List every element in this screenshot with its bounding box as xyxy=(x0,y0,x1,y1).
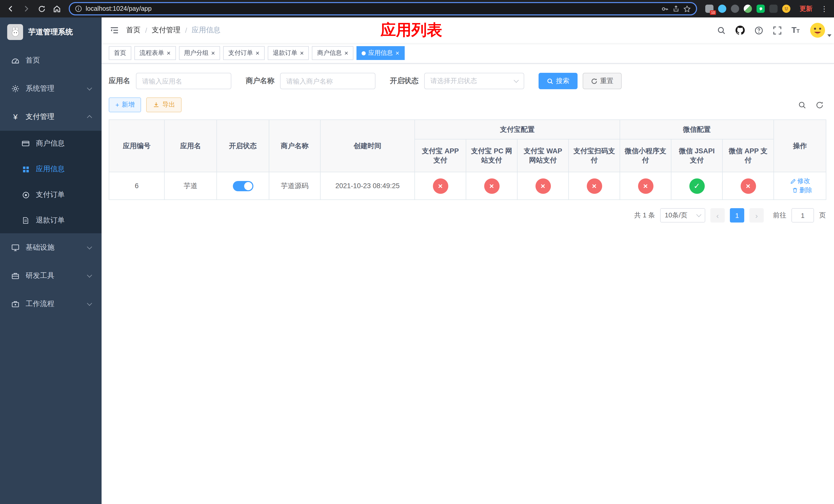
yen-icon: ¥ xyxy=(9,112,22,121)
cell-status xyxy=(217,172,269,200)
help-icon[interactable] xyxy=(754,26,763,35)
bookmark-star-icon[interactable] xyxy=(683,5,691,13)
tab-pay-orders[interactable]: 支付订单 × xyxy=(223,46,264,60)
extension-icon[interactable] xyxy=(756,5,765,13)
browser-refresh-icon[interactable] xyxy=(35,2,48,15)
tab-user-group[interactable]: 用户分组 × xyxy=(179,46,220,60)
close-icon[interactable]: × xyxy=(395,50,399,56)
tab-label: 商户信息 xyxy=(317,49,342,58)
close-icon[interactable]: × xyxy=(345,50,348,56)
col-wx-app: 微信 APP 支付 xyxy=(722,139,774,172)
browser-home-icon[interactable] xyxy=(50,2,64,15)
main-content: 应用名 商户名称 开启状态 请选择开启状态 搜索 重置 + 新增 xyxy=(102,64,834,504)
chevron-down-icon xyxy=(696,212,701,217)
sidebar-item-merchant-info[interactable]: 商户信息 xyxy=(0,131,102,156)
col-wx-mini: 微信小程序支付 xyxy=(620,139,671,172)
sidebar-item-pay-orders[interactable]: 支付订单 xyxy=(0,182,102,208)
password-key-icon[interactable] xyxy=(661,5,669,13)
sidebar-item-label: 商户信息 xyxy=(36,139,65,148)
col-alipay-pc: 支付宝 PC 网站支付 xyxy=(466,139,517,172)
sidebar-item-workflow[interactable]: 工作流程 xyxy=(0,290,102,318)
close-icon[interactable]: × xyxy=(300,50,304,56)
site-info-icon[interactable] xyxy=(75,5,82,12)
sidebar-item-system[interactable]: 系统管理 xyxy=(0,74,102,102)
breadcrumb-payment[interactable]: 支付管理 xyxy=(152,26,180,35)
page-size-select[interactable]: 10条/页 xyxy=(660,208,705,223)
breadcrumb-home[interactable]: 首页 xyxy=(126,26,140,35)
refresh-icon[interactable] xyxy=(815,101,824,109)
page-size-value: 10条/页 xyxy=(665,211,687,220)
sidebar-item-dev-tools[interactable]: 研发工具 xyxy=(0,261,102,290)
export-button[interactable]: 导出 xyxy=(147,97,182,112)
sidebar-item-app-info[interactable]: 应用信息 xyxy=(0,156,102,182)
sidebar-item-infrastructure[interactable]: 基础设施 xyxy=(0,233,102,261)
col-alipay-wap: 支付宝 WAP 网站支付 xyxy=(517,139,569,172)
gear-icon xyxy=(9,84,22,93)
col-app-id: 应用编号 xyxy=(109,120,164,172)
avatar[interactable] xyxy=(809,22,826,39)
tab-process-form[interactable]: 流程表单 × xyxy=(134,46,176,60)
col-alipay-qr: 支付宝扫码支付 xyxy=(569,139,620,172)
reset-button[interactable]: 重置 xyxy=(583,73,622,89)
page-number-button[interactable]: 1 xyxy=(730,208,744,223)
extension-icon[interactable] xyxy=(782,5,790,13)
font-size-icon[interactable]: TT xyxy=(791,26,799,35)
search-button[interactable]: 搜索 xyxy=(539,73,577,89)
merchant-name-input[interactable] xyxy=(280,73,375,89)
browser-update-button[interactable]: 更新 xyxy=(795,3,816,15)
address-bar[interactable]: localhost:1024/pay/app xyxy=(69,2,697,15)
close-icon[interactable]: × xyxy=(211,50,215,56)
close-icon[interactable]: × xyxy=(167,50,171,56)
config-status-icon: × xyxy=(638,178,653,193)
extension-icon[interactable] xyxy=(769,5,777,13)
reset-button-label: 重置 xyxy=(600,76,613,86)
extension-icon[interactable] xyxy=(731,5,739,13)
sidebar-item-payment[interactable]: ¥ 支付管理 xyxy=(0,102,102,131)
tab-label: 支付订单 xyxy=(228,49,253,58)
col-status: 开启状态 xyxy=(217,120,269,172)
app-name-input[interactable] xyxy=(136,73,231,89)
tab-app-info[interactable]: 应用信息 × xyxy=(356,46,404,60)
delete-link[interactable]: 删除 xyxy=(792,186,812,194)
status-toggle[interactable] xyxy=(233,181,253,191)
logo-avatar xyxy=(7,24,23,40)
add-button[interactable]: + 新增 xyxy=(109,97,141,112)
chevron-down-icon xyxy=(827,35,831,37)
tab-label: 退款订单 xyxy=(273,49,298,58)
extension-icon[interactable]: 10 xyxy=(705,5,714,13)
cell-created: 2021-10-23 08:49:25 xyxy=(320,172,415,200)
browser-menu-icon[interactable]: ⋮ xyxy=(819,5,830,13)
next-page-button[interactable]: › xyxy=(749,208,764,223)
tab-home[interactable]: 首页 xyxy=(109,46,131,60)
tab-merchant-info[interactable]: 商户信息 × xyxy=(312,46,353,60)
fullscreen-icon[interactable] xyxy=(773,26,782,35)
cell-alipay-wap: × xyxy=(517,172,569,200)
sidebar-item-home[interactable]: 首页 xyxy=(0,46,102,74)
cell-alipay-app: × xyxy=(415,172,466,200)
table-tools xyxy=(798,101,827,109)
extension-icon[interactable] xyxy=(718,5,726,13)
github-icon[interactable] xyxy=(736,26,745,35)
breadcrumb-current: 应用信息 xyxy=(192,26,221,35)
search-icon[interactable] xyxy=(717,26,726,35)
share-icon[interactable] xyxy=(673,5,680,12)
sidebar-logo[interactable]: 芋道管理系统 xyxy=(0,18,102,46)
tab-refund-orders[interactable]: 退款订单 × xyxy=(268,46,309,60)
browser-back-icon[interactable] xyxy=(4,2,18,15)
close-icon[interactable]: × xyxy=(256,50,259,56)
extension-icon[interactable] xyxy=(744,5,752,13)
sidebar-item-label: 研发工具 xyxy=(26,271,54,280)
goto-page-input[interactable] xyxy=(791,208,814,223)
browser-forward-icon[interactable] xyxy=(20,2,33,15)
prev-page-button[interactable]: ‹ xyxy=(710,208,725,223)
sidebar-item-refund-orders[interactable]: 退款订单 xyxy=(0,208,102,233)
col-created: 创建时间 xyxy=(320,120,415,172)
add-button-label: 新增 xyxy=(122,100,135,109)
sidebar-fold-icon[interactable] xyxy=(110,26,119,35)
tags-view-bar: 首页 流程表单 × 用户分组 × 支付订单 × 退款订单 × 商户信息 × 应用… xyxy=(102,43,834,64)
hide-search-icon[interactable] xyxy=(798,101,806,109)
toolbox-icon xyxy=(9,272,22,280)
status-select[interactable]: 请选择开启状态 xyxy=(424,73,524,89)
edit-link[interactable]: 修改 xyxy=(790,177,810,186)
cell-merchant: 芋道源码 xyxy=(269,172,320,200)
